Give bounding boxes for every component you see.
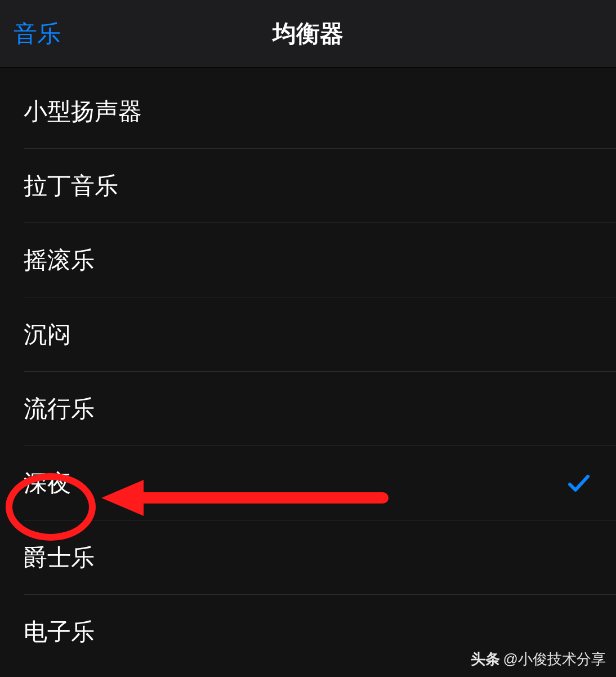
option-label: 沉闷 (24, 319, 71, 350)
back-button[interactable]: 音乐 (14, 18, 61, 50)
watermark: 头条 @小俊技术分享 (471, 649, 606, 669)
eq-option-jazz[interactable]: 爵士乐 (0, 520, 616, 595)
option-label: 小型扬声器 (24, 96, 142, 127)
eq-option-list: 小型扬声器 拉丁音乐 摇滚乐 沉闷 流行乐 深夜 爵士乐 电子乐 (0, 68, 616, 669)
page-title: 均衡器 (0, 18, 616, 50)
option-label: 爵士乐 (24, 542, 95, 573)
eq-option-pop[interactable]: 流行乐 (0, 372, 616, 446)
eq-option-rock[interactable]: 摇滚乐 (0, 223, 616, 297)
eq-option-latin[interactable]: 拉丁音乐 (0, 149, 616, 223)
option-label: 电子乐 (24, 616, 95, 648)
eq-option-dull[interactable]: 沉闷 (0, 297, 616, 372)
option-label: 拉丁音乐 (24, 170, 118, 202)
watermark-prefix: 头条 (471, 649, 500, 669)
checkmark-icon (565, 470, 592, 497)
watermark-suffix: @小俊技术分享 (503, 649, 606, 669)
eq-option-small-speakers[interactable]: 小型扬声器 (0, 74, 616, 149)
option-label: 深夜 (24, 467, 71, 499)
option-label: 摇滚乐 (24, 244, 95, 276)
navigation-bar: 音乐 均衡器 (0, 0, 616, 68)
eq-option-late-night[interactable]: 深夜 (0, 446, 616, 520)
option-label: 流行乐 (24, 393, 95, 425)
